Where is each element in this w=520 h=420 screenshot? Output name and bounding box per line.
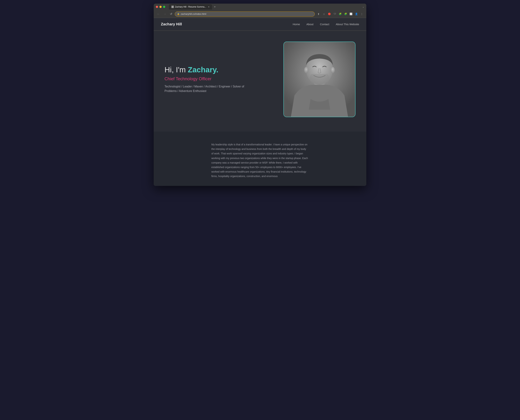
bio-text: My leadership style is that of a transfo…	[211, 142, 309, 179]
new-tab-button[interactable]: +	[213, 5, 217, 8]
hero-section: Hi, I'm Zachary. Chief Technology Office…	[154, 31, 366, 132]
ext-icon-3[interactable]: 🧩	[338, 12, 342, 16]
back-icon: ←	[157, 12, 160, 15]
nav-contact[interactable]: Contact	[320, 23, 329, 26]
nav-about[interactable]: About	[306, 23, 313, 26]
browser-toolbar: ← → ↺ 🔒 zacharyhill.co/index.html ⬆ ☆ 🔴 …	[154, 10, 366, 18]
security-lock-icon: 🔒	[177, 13, 180, 15]
site-nav: Home About Contact About This Website	[293, 23, 359, 26]
bio-section: My leadership style is that of a transfo…	[154, 132, 366, 186]
site-logo: Zachary Hill	[161, 22, 182, 26]
greeting-prefix: Hi, I'm	[164, 66, 188, 74]
back-button[interactable]: ←	[156, 12, 161, 16]
active-tab[interactable]: Z Zachary Hill - Resume Summa... ✕	[169, 4, 212, 9]
forward-icon: →	[163, 12, 166, 15]
bookmark-icon[interactable]: ☆	[322, 12, 326, 16]
minimize-dot[interactable]	[159, 6, 162, 8]
hero-title: Chief Technology Officer	[164, 76, 251, 81]
hero-greeting: Hi, I'm Zachary.	[164, 65, 251, 74]
website-content: Zachary Hill Home About Contact About Th…	[154, 18, 366, 186]
ext-icon-1[interactable]: 🔴	[327, 12, 332, 16]
browser-tabs: Z Zachary Hill - Resume Summa... ✕ +	[169, 4, 361, 9]
hero-photo-container	[283, 42, 356, 117]
share-icon[interactable]: ⬆	[316, 12, 321, 16]
nav-about-website[interactable]: About This Website	[336, 23, 359, 26]
tab-favicon: Z	[171, 6, 174, 8]
refresh-button[interactable]: ↺	[169, 12, 173, 16]
tab-close-button[interactable]: ✕	[208, 6, 210, 8]
ext-icon-5[interactable]: ⬜	[349, 12, 353, 16]
menu-icon[interactable]: ⋮	[359, 12, 364, 16]
refresh-icon: ↺	[170, 12, 172, 15]
hero-subtitle: Technologist / Leader / Maven / Architec…	[164, 84, 251, 93]
browser-window: Z Zachary Hill - Resume Summa... ✕ + ⌄ ←…	[154, 4, 366, 186]
svg-point-3	[304, 67, 309, 73]
greeting-name: Zachary.	[188, 66, 218, 74]
close-dot[interactable]	[156, 6, 158, 8]
url-text: zacharyhill.co/index.html	[181, 13, 312, 15]
tab-chevron-icon[interactable]: ⌄	[362, 6, 364, 8]
address-bar[interactable]: 🔒 zacharyhill.co/index.html	[175, 12, 315, 16]
toolbar-icons: ⬆ ☆ 🔴 🛡 🧩 🧩 ⬜ 👤 ⋮	[316, 12, 364, 16]
hero-text-block: Hi, I'm Zachary. Chief Technology Office…	[164, 65, 251, 93]
ext-icon-2[interactable]: 🛡	[333, 12, 337, 16]
site-header: Zachary Hill Home About Contact About Th…	[154, 18, 366, 30]
svg-point-4	[330, 67, 335, 73]
profile-icon[interactable]: 👤	[354, 12, 359, 16]
hero-photo	[284, 42, 355, 117]
browser-titlebar: Z Zachary Hill - Resume Summa... ✕ + ⌄	[154, 4, 366, 10]
forward-button[interactable]: →	[162, 12, 167, 16]
maximize-dot[interactable]	[163, 6, 165, 8]
tab-title: Zachary Hill - Resume Summa...	[175, 6, 206, 8]
nav-home[interactable]: Home	[293, 23, 300, 26]
ext-icon-4[interactable]: 🧩	[343, 12, 348, 16]
